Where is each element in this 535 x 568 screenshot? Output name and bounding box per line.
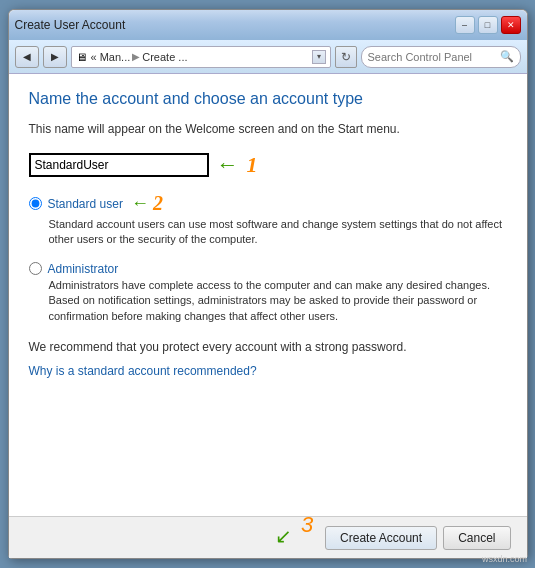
admin-radio-label[interactable]: Administrator [29, 262, 507, 276]
standard-user-title: Standard user [48, 197, 123, 211]
search-input[interactable] [368, 51, 496, 63]
arrow1-annotation: ← [217, 152, 239, 178]
title-bar-label: Create User Account [15, 18, 126, 32]
account-types: Standard user ← 2 Standard account users… [29, 192, 507, 324]
arrow2-annotation: ← [131, 193, 149, 214]
cancel-button[interactable]: Cancel [443, 526, 510, 550]
watermark: wsxdn.com [482, 554, 527, 564]
recommend-text: We recommend that you protect every acco… [29, 340, 507, 354]
address-text: « Man... ▶ Create ... [91, 51, 188, 63]
refresh-button[interactable]: ↻ [335, 46, 357, 68]
address-icon: 🖥 [76, 51, 87, 63]
main-window: Create User Account – □ ✕ ◀ ▶ 🖥 « Man...… [8, 9, 528, 559]
back-button[interactable]: ◀ [15, 46, 39, 68]
minimize-button[interactable]: – [455, 16, 475, 34]
admin-title: Administrator [48, 262, 119, 276]
search-box[interactable]: 🔍 [361, 46, 521, 68]
content-area: Name the account and choose an account t… [9, 74, 527, 516]
address-bar[interactable]: 🖥 « Man... ▶ Create ... ▾ [71, 46, 331, 68]
nav-bar: ◀ ▶ 🖥 « Man... ▶ Create ... ▾ ↻ 🔍 [9, 40, 527, 74]
standard-user-desc: Standard account users can use most soft… [29, 217, 507, 248]
num2-annotation: 2 [153, 192, 163, 215]
address-part2: Create ... [142, 51, 187, 63]
maximize-button[interactable]: □ [478, 16, 498, 34]
standard-user-radio-label[interactable]: Standard user [29, 197, 123, 211]
search-icon: 🔍 [500, 50, 514, 63]
address-dropdown[interactable]: ▾ [312, 50, 326, 64]
administrator-option: Administrator Administrators have comple… [29, 262, 507, 324]
num1-annotation: 1 [247, 152, 258, 178]
arrow3-annotation: ↙ [275, 524, 292, 548]
name-input-row: ← 1 [29, 152, 507, 178]
standard-user-option: Standard user ← 2 Standard account users… [29, 192, 507, 248]
address-part1: « Man... [91, 51, 131, 63]
address-separator: ▶ [132, 51, 140, 62]
forward-button[interactable]: ▶ [43, 46, 67, 68]
title-bar-controls: – □ ✕ [455, 16, 521, 34]
create-account-button[interactable]: Create Account [325, 526, 437, 550]
title-bar: Create User Account – □ ✕ [9, 10, 527, 40]
admin-radio[interactable] [29, 262, 42, 275]
num3-annotation: 3 [301, 512, 313, 538]
page-title: Name the account and choose an account t… [29, 90, 507, 108]
close-button[interactable]: ✕ [501, 16, 521, 34]
standard-user-radio[interactable] [29, 197, 42, 210]
account-name-input[interactable] [29, 153, 209, 177]
why-link[interactable]: Why is a standard account recommended? [29, 364, 507, 378]
subtitle-text: This name will appear on the Welcome scr… [29, 122, 507, 136]
bottom-bar: ↙ 3 Create Account Cancel [9, 516, 527, 558]
admin-desc: Administrators have complete access to t… [29, 278, 507, 324]
